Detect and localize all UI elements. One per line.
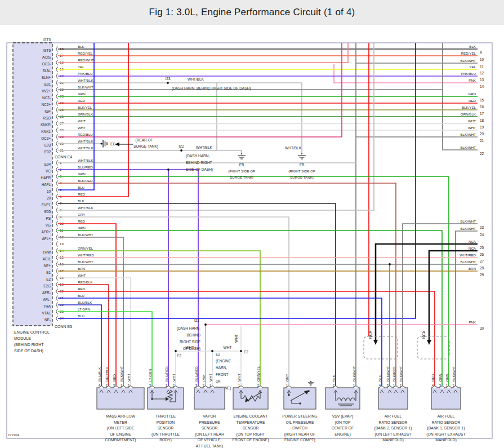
component-name-label: (BANK 1, SENSOR 1): [427, 426, 465, 431]
ecm-pin-color-label: RED: [78, 219, 86, 223]
exit-number: 20: [480, 132, 484, 136]
component-name-label: THROTTLE: [155, 414, 176, 418]
component-box-mass-airflow-meter: [97, 388, 144, 409]
exit-color-label: WHT/RED: [460, 253, 476, 257]
ecm-signal-label: ACI1: [43, 257, 51, 261]
ecm-pin-color-label: WHT/BLK: [78, 146, 93, 150]
ecm-signal-label: KNKL: [41, 130, 51, 134]
component-name-label: POWER STEERING: [282, 414, 317, 418]
diagram-number: 177304: [8, 433, 20, 437]
component-name-label: (ON LEFT EXHAUST: [375, 432, 412, 437]
ecm-signal-label: THA: [43, 304, 51, 308]
ecm-pin-bracket: [56, 128, 58, 133]
component-wire-color-label: WHT: [237, 374, 241, 382]
ecm-pin-bracket: [56, 303, 58, 308]
exit-color-label: NCA: [469, 246, 476, 250]
splice-dot: [211, 350, 213, 352]
ecm-pin-bracket: [56, 201, 58, 206]
ecm-pin-color-label: WHT/BLK: [78, 139, 93, 143]
component-name-label: ENGINE COOLANT: [234, 414, 268, 418]
ecm-pin-color-label: BLU/RED: [78, 165, 93, 169]
exit-number: 23: [480, 225, 484, 229]
ecm-pin-color-label: BRN: [78, 267, 85, 270]
annotation: E2: [244, 350, 248, 354]
wire-red-wht: [58, 43, 348, 63]
ground-dot: [301, 153, 303, 155]
splice-dot: [389, 263, 391, 265]
annotation: HARN,: [216, 366, 227, 370]
ecm-signal-label: E01: [44, 82, 51, 86]
component-name-label: (ON THROTTLE: [151, 432, 180, 437]
annotation: BEHIND RIGHT: [186, 161, 212, 165]
splice-dot: [175, 350, 177, 352]
wire-wht-blk: [58, 43, 374, 210]
ecm-pin-bracket: [56, 108, 58, 113]
component-name-label: POSITION: [157, 420, 175, 424]
component-name-label: BODY): [159, 438, 172, 442]
component-box-power-steering-oil-pressure-switch: [284, 388, 316, 409]
ecm-pin-bracket: [56, 135, 58, 140]
splice-dot: [167, 82, 169, 84]
exit-color-label: BRN: [469, 267, 476, 270]
ecm-signal-label: E1: [46, 270, 51, 274]
exit-number: 28: [480, 266, 484, 270]
ecm-pin-bracket: [56, 188, 58, 193]
component-name-label: (RIGHT REAR OF: [284, 432, 315, 437]
exit-color-label: BLK/WHT: [460, 219, 476, 223]
ecm-pin-bracket: [56, 101, 58, 106]
ecm-pin-bracket: [56, 255, 58, 260]
exit-color-label: PNK: [469, 78, 476, 82]
component-name-label: (ON TOP RIGHT: [237, 432, 265, 437]
component-name-label: SENSOR: [243, 426, 259, 430]
ecm-signal-label: EVP1: [42, 203, 51, 207]
exit-color-label: BLK/WHT: [460, 132, 476, 136]
ecm-pin-color-label: RED: [78, 99, 86, 103]
ecm-connector-label: CONN E5: [55, 325, 72, 329]
ecm-pin-bracket: [56, 194, 58, 199]
component-name-label: (BANK 2, SENSOR 1): [374, 426, 412, 431]
ecm-signal-label: IGF: [44, 109, 51, 113]
arrow-head: [427, 340, 431, 345]
ecm-pin-color-label: BLK/RED: [78, 179, 93, 183]
splice-dot: [167, 168, 170, 171]
ecm-pin-bracket: [56, 167, 58, 172]
component-wire-color-label: BLK/WHT: [386, 366, 390, 382]
component-wire-color-label: BLU/BLK: [97, 367, 101, 382]
component-name-label: MANIFOLD): [382, 438, 403, 442]
ecm-pin-color-label: GRY: [78, 212, 85, 216]
exit-number: 25: [480, 246, 484, 250]
wire-grn: [58, 176, 449, 388]
exit-number: 13: [480, 78, 484, 82]
ecm-pin-color-label: LT GRN: [78, 307, 90, 311]
component-wire-color-label: BLU/RED: [164, 366, 168, 382]
exit-number: 16: [480, 105, 484, 109]
wire-wht-blk: [58, 150, 242, 153]
ground-location-label: SURGE TANK): [230, 175, 253, 179]
exit-number: 17: [480, 112, 484, 116]
ecm-pin-bracket: [56, 249, 58, 254]
annotation: SURGE TANK): [133, 144, 158, 149]
ecm-signal-label: 10: [47, 189, 51, 193]
exit-number: 10: [480, 57, 484, 61]
component-name-label: FRONT OF ENGINE): [233, 438, 269, 442]
component-wire-color-label: BLK/WHT: [399, 366, 403, 382]
component-wire-color-label: BLK: [332, 374, 336, 382]
annotation: OF: [216, 379, 221, 383]
component-wire-color-label: BLU: [378, 375, 382, 382]
component-wire-color-label: GRY: [285, 374, 289, 382]
ecm-pin-color-label: WHT: [78, 126, 86, 130]
ecm-pin-bracket: [56, 235, 58, 240]
annotation: NCA: [422, 331, 426, 339]
ecm-signal-label: IGT5: [43, 38, 51, 42]
annotation: FRONT: [216, 372, 228, 376]
ecm-pin-bracket: [56, 221, 58, 227]
annotation: (DASH HARN,: [186, 154, 209, 158]
component-name-label: AIR FUEL: [438, 414, 455, 418]
ecm-signal-label: PS: [46, 216, 51, 220]
ecm-signal-label: E05: [44, 210, 51, 214]
ecm-signal-label: VC: [46, 169, 51, 173]
ground-dot: [100, 143, 102, 144]
ecm-signal-label: AFL+: [42, 237, 51, 241]
exit-number: 24: [480, 233, 484, 237]
wire-nca: [376, 244, 478, 341]
